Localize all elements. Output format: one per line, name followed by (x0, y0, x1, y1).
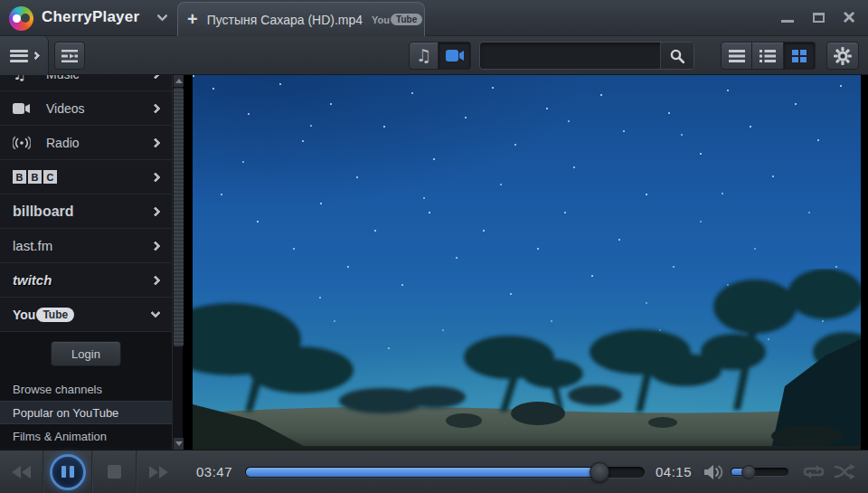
view-list-button[interactable] (721, 42, 752, 70)
list-view-icon (729, 50, 745, 62)
minimize-button[interactable] (779, 9, 796, 25)
sidebar-item-videos[interactable]: Videos (0, 91, 172, 126)
app-menu-chevron-down-icon[interactable] (156, 10, 168, 22)
music-mode-button[interactable]: ♫ (409, 42, 439, 70)
chevron-right-icon (150, 137, 160, 147)
submenu-item-browse-channels[interactable]: Browse channels (0, 377, 172, 401)
video-display[interactable] (193, 75, 861, 450)
chevron-right-icon (150, 103, 160, 113)
cherryplayer-window: CherryPlayer + Пустыня Сахара (HD).mp4 Y… (0, 0, 868, 493)
seek-thumb[interactable] (590, 462, 609, 482)
tab-youtube-badge: You Tube (372, 14, 422, 25)
playlist-icon (61, 50, 78, 62)
fast-forward-icon (149, 466, 169, 479)
chevron-right-icon (150, 172, 160, 182)
billboard-logo: billboard (13, 204, 142, 220)
view-grid-button[interactable] (784, 42, 816, 70)
rewind-icon (12, 466, 32, 479)
view-switcher (721, 42, 816, 70)
submenu-item-popular-on-youtube[interactable]: Popular on YouTube (0, 401, 172, 424)
arrow-up-icon (175, 79, 183, 83)
desert-terrain (193, 269, 861, 450)
next-button[interactable] (137, 450, 180, 493)
login-button[interactable]: Login (51, 341, 121, 366)
sidebar-item-lastfm[interactable]: last.fm (0, 229, 172, 263)
view-details-button[interactable] (752, 42, 784, 70)
details-view-icon (760, 50, 776, 62)
chevron-right-icon (150, 241, 160, 251)
seek-fill (246, 468, 600, 477)
minimize-icon (781, 20, 794, 23)
app-title: CherryPlayer (42, 8, 139, 26)
twitch-logo: twitch (13, 272, 142, 288)
scroll-down-button[interactable] (174, 438, 184, 450)
youtube-logo: You Tube (13, 308, 142, 322)
playback-mode-icons (803, 464, 855, 479)
chevron-right-icon (31, 52, 40, 61)
search-button[interactable] (660, 43, 693, 69)
media-tab[interactable]: + Пустыня Сахара (HD).mp4 You Tube (177, 2, 425, 36)
current-time: 03:47 (196, 464, 232, 479)
sidebar-item-bbc[interactable]: B B C (0, 160, 172, 194)
scrollbar-thumb[interactable] (174, 88, 184, 346)
radio-icon (13, 137, 36, 149)
total-time: 04:15 (656, 464, 692, 479)
video-camera-icon (446, 50, 464, 62)
music-note-icon: ♫ (416, 47, 431, 64)
grid-view-icon (792, 50, 807, 62)
chevron-right-icon (150, 75, 160, 79)
pause-button[interactable] (44, 450, 91, 493)
music-icon: ♫ (13, 75, 36, 83)
sidebar-item-radio[interactable]: Radio (0, 126, 172, 160)
new-tab-plus-icon[interactable]: + (187, 10, 198, 28)
titlebar: CherryPlayer + Пустыня Сахара (HD).mp4 Y… (0, 0, 868, 36)
tab-title: Пустыня Сахара (HD).mp4 (207, 13, 363, 27)
starfield (193, 75, 194, 77)
volume-controls (704, 464, 788, 480)
sidebar-toggle[interactable] (0, 36, 49, 75)
shuffle-icon[interactable] (834, 464, 855, 479)
arrow-down-icon (175, 441, 183, 446)
chevron-right-icon (150, 206, 160, 216)
sidebar-item-youtube[interactable]: You Tube (0, 298, 172, 332)
playlist-toggle-button[interactable] (54, 42, 85, 70)
sidebar-item-billboard[interactable]: billboard (0, 194, 172, 229)
search-input[interactable] (480, 43, 660, 69)
submenu-item-films-animation[interactable]: Films & Animation (0, 424, 172, 448)
videos-icon (13, 103, 36, 114)
close-button[interactable]: × (841, 9, 857, 25)
sidebar: ♫ Music Videos Radio (0, 75, 172, 450)
window-controls: × (779, 9, 857, 25)
youtube-submenu: Login Browse channels Popular on YouTube… (0, 332, 172, 448)
sidebar-item-music[interactable]: ♫ Music (0, 75, 172, 91)
gear-icon (834, 47, 852, 65)
sidebar-item-twitch[interactable]: twitch (0, 263, 172, 298)
volume-slider[interactable] (731, 468, 788, 476)
playback-controls: 03:47 04:15 (0, 450, 868, 493)
volume-thumb[interactable] (741, 465, 756, 479)
speaker-icon[interactable] (704, 464, 723, 480)
pause-icon (50, 454, 86, 490)
cherryplayer-logo-icon (9, 6, 33, 31)
stop-icon (108, 465, 121, 479)
settings-button[interactable] (826, 42, 859, 70)
maximize-icon (813, 13, 825, 23)
search-box (479, 42, 694, 70)
stop-button[interactable] (93, 450, 136, 493)
scroll-up-button[interactable] (174, 75, 184, 87)
toolbar: ♫ (0, 36, 868, 75)
seek-bar[interactable] (245, 467, 645, 478)
maximize-button[interactable] (810, 9, 826, 25)
chevron-down-icon (150, 308, 160, 318)
repeat-icon[interactable] (803, 464, 825, 479)
chevron-right-icon (150, 275, 160, 285)
sidebar-scrollbar[interactable] (172, 75, 183, 450)
lastfm-logo: last.fm (13, 238, 142, 253)
previous-button[interactable] (0, 450, 42, 493)
close-icon: × (843, 10, 855, 24)
search-icon (670, 49, 684, 63)
video-mode-button[interactable] (439, 42, 471, 70)
bbc-logo: B B C (13, 170, 142, 184)
menu-icon (10, 50, 28, 62)
